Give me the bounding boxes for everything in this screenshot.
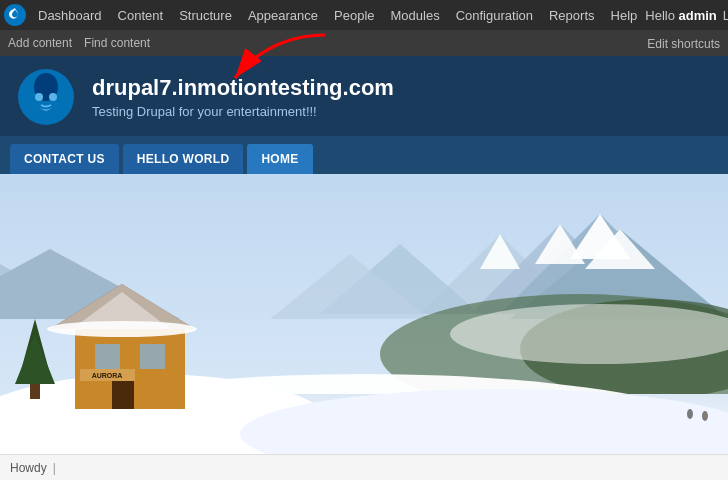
nav-modules[interactable]: Modules [383,0,448,30]
svg-rect-32 [140,344,165,369]
nav-structure[interactable]: Structure [171,0,240,30]
howdy-text: Howdy [10,461,47,475]
shortcuts-left: Add content Find content [8,36,150,50]
svg-text:AURORA: AURORA [92,372,123,379]
admin-toolbar: Dashboard Content Structure Appearance P… [0,0,728,30]
shortcuts-right: Edit shortcuts [647,36,720,51]
svg-point-40 [687,409,693,419]
svg-rect-33 [112,379,134,409]
nav-hello-world[interactable]: HELLO WORLD [123,144,244,174]
nav-people[interactable]: People [326,0,382,30]
shortcuts-bar: Add content Find content Edit shortcuts [0,30,728,56]
nav-content[interactable]: Content [110,0,172,30]
nav-home[interactable]: HOME [247,144,312,174]
logout-link[interactable]: Log out [723,8,728,23]
find-content-link[interactable]: Find content [84,36,150,50]
nav-configuration[interactable]: Configuration [448,0,541,30]
edit-shortcuts-link[interactable]: Edit shortcuts [647,37,720,51]
svg-point-3 [35,93,43,101]
svg-rect-31 [95,344,120,369]
toolbar-nav: Dashboard Content Structure Appearance P… [30,0,645,30]
drupal-logo-icon [4,4,26,26]
site-subtitle: Testing Drupal for your entertainment!!! [92,104,394,119]
site-header: drupal7.inmotiontesting.com Testing Drup… [0,56,728,136]
hello-text: Hello admin [645,8,717,23]
nav-contact-us[interactable]: CONTACT US [10,144,119,174]
nav-reports[interactable]: Reports [541,0,603,30]
svg-point-34 [47,321,197,337]
site-title: drupal7.inmotiontesting.com [92,75,394,101]
svg-point-4 [49,93,57,101]
hero-scene: AURORA [0,174,728,454]
site-logo [16,67,76,127]
nav-dashboard[interactable]: Dashboard [30,0,110,30]
howdy-separator: | [53,461,56,475]
howdy-bar: Howdy | [0,454,728,480]
svg-point-41 [702,411,708,421]
add-content-link[interactable]: Add content [8,36,72,50]
site-title-block: drupal7.inmotiontesting.com Testing Drup… [92,75,394,118]
svg-rect-39 [30,384,40,399]
username: admin [679,8,717,23]
toolbar-right: Hello admin Log out ▼ [645,6,728,24]
site-nav: CONTACT US HELLO WORLD HOME [0,136,728,174]
nav-help[interactable]: Help [603,0,646,30]
nav-appearance[interactable]: Appearance [240,0,326,30]
hero-image: AURORA [0,174,728,454]
